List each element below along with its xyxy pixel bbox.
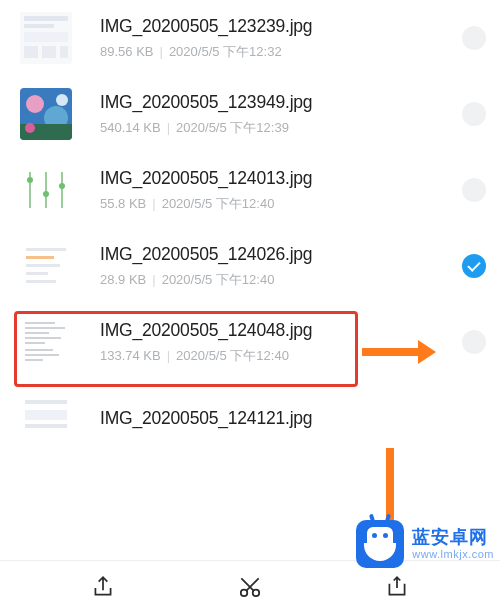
svg-rect-23 — [26, 264, 60, 267]
file-meta: IMG_20200505_124048.jpg 133.74 KB|2020/5… — [100, 320, 456, 365]
file-meta: IMG_20200505_124013.jpg 55.8 KB|2020/5/5… — [100, 168, 456, 213]
share-button[interactable] — [89, 573, 117, 601]
svg-rect-6 — [60, 46, 68, 58]
svg-point-11 — [25, 123, 35, 133]
svg-rect-27 — [25, 322, 55, 324]
file-meta: IMG_20200505_124121.jpg — [100, 408, 486, 429]
svg-rect-33 — [25, 354, 59, 356]
file-thumbnail — [20, 164, 72, 216]
file-subline: 133.74 KB|2020/5/5 下午12:40 — [100, 347, 456, 365]
file-meta: IMG_20200505_124026.jpg 28.9 KB|2020/5/5… — [100, 244, 456, 289]
svg-rect-3 — [24, 32, 68, 42]
watermark-title: 蓝安卓网 — [412, 527, 494, 548]
select-radio[interactable] — [462, 254, 486, 278]
file-thumbnail — [20, 392, 72, 444]
select-radio[interactable] — [462, 330, 486, 354]
svg-rect-24 — [26, 272, 48, 275]
share-icon — [90, 574, 116, 600]
svg-rect-31 — [25, 342, 45, 344]
svg-point-40 — [253, 589, 260, 596]
svg-point-17 — [27, 177, 33, 183]
file-meta: IMG_20200505_123239.jpg 89.56 KB|2020/5/… — [100, 16, 456, 61]
file-list: IMG_20200505_123239.jpg 89.56 KB|2020/5/… — [0, 0, 500, 514]
file-subline: 89.56 KB|2020/5/5 下午12:32 — [100, 43, 456, 61]
file-name: IMG_20200505_123239.jpg — [100, 16, 456, 37]
export-icon — [384, 574, 410, 600]
svg-rect-2 — [24, 24, 54, 28]
file-subline: 540.14 KB|2020/5/5 下午12:39 — [100, 119, 456, 137]
svg-point-18 — [43, 191, 49, 197]
select-radio[interactable] — [462, 102, 486, 126]
scissors-icon — [237, 574, 263, 600]
svg-rect-28 — [25, 327, 65, 329]
cut-button[interactable] — [236, 573, 264, 601]
select-radio[interactable] — [462, 178, 486, 202]
svg-rect-25 — [26, 280, 56, 283]
file-name: IMG_20200505_123949.jpg — [100, 92, 456, 113]
file-row[interactable]: IMG_20200505_124026.jpg 28.9 KB|2020/5/5… — [0, 228, 500, 304]
file-row[interactable]: IMG_20200505_123949.jpg 540.14 KB|2020/5… — [0, 76, 500, 152]
file-subline: 55.8 KB|2020/5/5 下午12:40 — [100, 195, 456, 213]
file-name: IMG_20200505_124121.jpg — [100, 408, 486, 429]
svg-rect-36 — [25, 400, 67, 404]
more-button[interactable] — [383, 573, 411, 601]
watermark-url: www.lmkjx.com — [412, 548, 494, 561]
select-radio[interactable] — [462, 26, 486, 50]
file-thumbnail — [20, 240, 72, 292]
file-thumbnail — [20, 12, 72, 64]
file-thumbnail — [20, 88, 72, 140]
svg-rect-37 — [25, 410, 67, 420]
svg-rect-4 — [24, 46, 38, 58]
file-name: IMG_20200505_124048.jpg — [100, 320, 456, 341]
svg-point-8 — [26, 95, 44, 113]
svg-rect-34 — [25, 359, 43, 361]
svg-rect-38 — [25, 424, 67, 428]
file-thumbnail — [20, 316, 72, 368]
file-subline: 28.9 KB|2020/5/5 下午12:40 — [100, 271, 456, 289]
bottom-toolbar — [0, 560, 500, 612]
svg-point-39 — [241, 589, 248, 596]
file-row[interactable]: IMG_20200505_124048.jpg 133.74 KB|2020/5… — [0, 304, 500, 380]
svg-point-12 — [56, 94, 68, 106]
file-row[interactable]: IMG_20200505_124121.jpg — [0, 380, 500, 514]
svg-rect-21 — [26, 248, 66, 251]
file-name: IMG_20200505_124026.jpg — [100, 244, 456, 265]
svg-rect-29 — [25, 332, 49, 334]
svg-rect-1 — [24, 16, 68, 21]
svg-rect-32 — [25, 349, 53, 351]
file-name: IMG_20200505_124013.jpg — [100, 168, 456, 189]
file-meta: IMG_20200505_123949.jpg 540.14 KB|2020/5… — [100, 92, 456, 137]
svg-rect-5 — [42, 46, 56, 58]
file-row[interactable]: IMG_20200505_123239.jpg 89.56 KB|2020/5/… — [0, 0, 500, 76]
svg-point-19 — [59, 183, 65, 189]
svg-rect-22 — [26, 256, 54, 259]
svg-rect-30 — [25, 337, 61, 339]
file-row[interactable]: IMG_20200505_124013.jpg 55.8 KB|2020/5/5… — [0, 152, 500, 228]
